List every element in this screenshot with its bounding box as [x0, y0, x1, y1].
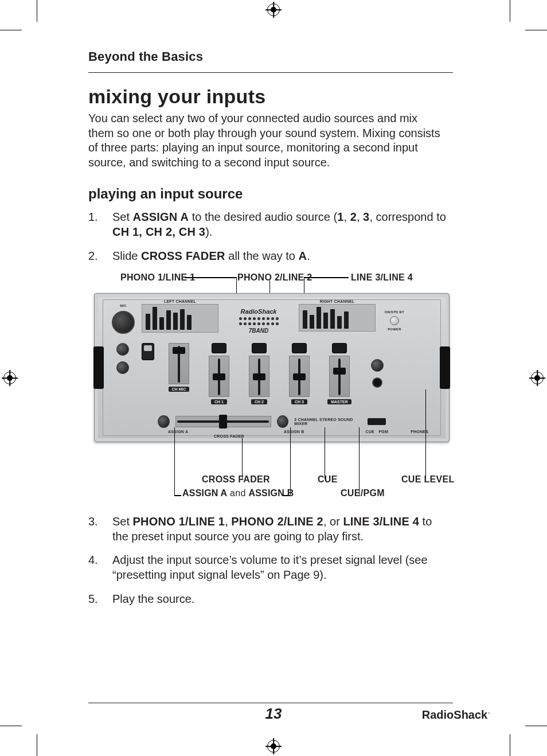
callout-assign-a-b: ASSIGN A and ASSIGN B [182, 488, 294, 498]
step-body: Adjust the input source’s volume to it’s… [112, 553, 450, 582]
assign-a-knob [158, 415, 170, 428]
callout-phono1line1: PHONO 1/LINE 1 [120, 272, 195, 283]
leader-line [269, 280, 270, 319]
step-number: 1. [88, 210, 104, 239]
leader-line [304, 277, 349, 278]
footer-rule [88, 703, 453, 703]
rack-handle [440, 346, 450, 389]
mic-dial [112, 311, 135, 334]
registration-mark-icon [531, 372, 544, 384]
crop-mark [0, 30, 22, 30]
crop-mark [525, 726, 547, 726]
section-label: Beyond the Basics [88, 49, 455, 64]
step-number: 5. [88, 592, 104, 607]
power-button-illustration [390, 316, 399, 325]
step-4: 4. Adjust the input source’s volume to i… [88, 553, 450, 582]
leader-line [185, 277, 236, 278]
crop-mark [510, 734, 510, 756]
step-5: 5. Play the source. [88, 592, 450, 607]
leader-line [174, 495, 181, 496]
mic-treble-knob [116, 343, 129, 356]
callout-cue-level: CUE LEVEL [401, 474, 455, 485]
crop-mark [37, 0, 37, 22]
mic-bass-knob [116, 361, 129, 374]
intro-paragraph: You can select any two of your connected… [88, 111, 444, 170]
crop-mark [0, 726, 22, 726]
rack-handle [93, 346, 104, 389]
step-body: Set PHONO 1/LINE 1, PHONO 2/LINE 2, or L… [112, 515, 450, 544]
mixer-diagram: PHONO 1/LINE 1 PHONO 2/LINE 2 LINE 3/LIN… [88, 272, 455, 508]
step-number: 3. [88, 515, 104, 544]
mono-stereo-switch [332, 343, 347, 353]
leader-line [283, 495, 290, 496]
leader-line [425, 389, 426, 479]
page-title: mixing your inputs [88, 85, 455, 108]
leader-line [174, 427, 175, 495]
talkover-switch [142, 343, 154, 360]
assign-b-knob [277, 415, 289, 428]
subheading: playing an input source [88, 186, 455, 202]
callout-cue-pgm: CUE/PGM [341, 488, 385, 498]
step-body: Slide CROSS FADER all the way to A. [112, 249, 450, 264]
registration-mark-icon [267, 740, 280, 753]
phono1-line1-switch [212, 343, 226, 353]
page-number: 13 [265, 705, 282, 723]
crop-mark [525, 30, 547, 30]
callout-cue: CUE [318, 474, 338, 485]
cross-fader [175, 416, 271, 427]
callout-phono2line2: PHONO 2/LINE 2 [237, 272, 312, 283]
leader-line [290, 427, 291, 495]
step-3: 3. Set PHONO 1/LINE 1, PHONO 2/LINE 2, o… [88, 515, 450, 544]
phones-jack [372, 377, 382, 388]
crop-mark [510, 0, 510, 22]
cue-level-knob [371, 359, 384, 372]
crop-mark [37, 734, 37, 756]
footer-brand: RadioShack. [422, 708, 490, 722]
step-body: Set ASSIGN A to the desired audio source… [112, 210, 450, 239]
leader-line [236, 277, 237, 319]
mixer-illustration: MIC LEFT CHANNEL RadioShack 7BAND [94, 293, 450, 442]
brand-small: RadioShack [241, 308, 277, 315]
step-body: Play the source. [112, 592, 450, 607]
cue-pgm-switch [368, 418, 386, 425]
phono2-line2-switch [252, 343, 267, 353]
step-1: 1. Set ASSIGN A to the desired audio sou… [88, 210, 450, 239]
callout-line3line4: LINE 3/LINE 4 [351, 272, 413, 283]
registration-mark-icon [3, 372, 16, 384]
leader-line [359, 427, 360, 495]
step-number: 4. [88, 553, 104, 582]
step-number: 2. [88, 249, 104, 264]
leader-line [325, 427, 325, 479]
leader-line [242, 438, 243, 479]
registration-mark-icon [267, 3, 280, 16]
callout-cross-fader: CROSS FADER [202, 474, 270, 485]
leader-line [304, 277, 304, 319]
step-2: 2. Slide CROSS FADER all the way to A. [88, 249, 450, 264]
rule [88, 72, 453, 73]
line3-line4-switch [292, 343, 307, 353]
